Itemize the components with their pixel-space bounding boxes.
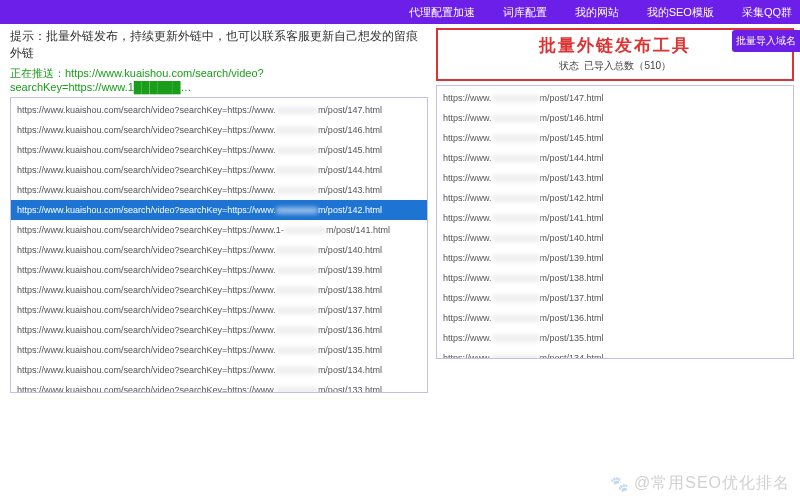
list-item[interactable]: https://www.kuaishou.com/search/video?se…: [11, 360, 427, 380]
list-item[interactable]: https://www.kuaishou.com/search/video?se…: [11, 100, 427, 120]
tool-status: 状态 已导入总数（510）: [448, 59, 782, 73]
list-item[interactable]: https://www.m/post/138.html: [437, 268, 793, 288]
list-item[interactable]: https://www.kuaishou.com/search/video?se…: [11, 140, 427, 160]
list-item[interactable]: https://www.kuaishou.com/search/video?se…: [11, 280, 427, 300]
list-item[interactable]: https://www.m/post/144.html: [437, 148, 793, 168]
nav-qq-group[interactable]: 采集QQ群: [742, 5, 792, 20]
list-item[interactable]: https://www.kuaishou.com/search/video?se…: [11, 260, 427, 280]
left-url-list[interactable]: https://www.kuaishou.com/search/video?se…: [10, 97, 428, 393]
list-item[interactable]: https://www.m/post/134.html: [437, 348, 793, 359]
tool-status-label: 状态: [559, 60, 579, 71]
list-item[interactable]: https://www.m/post/145.html: [437, 128, 793, 148]
nav-mysite[interactable]: 我的网站: [575, 5, 619, 20]
nav-proxy[interactable]: 代理配置加速: [409, 5, 475, 20]
watermark: 🐾 @常用SEO优化排名: [610, 473, 790, 494]
list-item[interactable]: https://www.m/post/141.html: [437, 208, 793, 228]
pushing-status: 正在推送：https://www.kuaishou.com/search/vid…: [10, 66, 428, 93]
top-nav: 代理配置加速 词库配置 我的网站 我的SEO模版 采集QQ群: [0, 0, 800, 24]
nav-seo-template[interactable]: 我的SEO模版: [647, 5, 714, 20]
list-item[interactable]: https://www.kuaishou.com/search/video?se…: [11, 220, 427, 240]
nav-wordbank[interactable]: 词库配置: [503, 5, 547, 20]
paw-icon: 🐾: [610, 475, 630, 493]
list-item[interactable]: https://www.kuaishou.com/search/video?se…: [11, 200, 427, 220]
list-item[interactable]: https://www.kuaishou.com/search/video?se…: [11, 380, 427, 393]
list-item[interactable]: https://www.m/post/136.html: [437, 308, 793, 328]
list-item[interactable]: https://www.m/post/146.html: [437, 108, 793, 128]
list-item[interactable]: https://www.m/post/143.html: [437, 168, 793, 188]
list-item[interactable]: https://www.m/post/135.html: [437, 328, 793, 348]
watermark-text: @常用SEO优化排名: [634, 473, 790, 494]
list-item[interactable]: https://www.kuaishou.com/search/video?se…: [11, 300, 427, 320]
right-url-list[interactable]: https://www.m/post/147.htmlhttps://www.m…: [436, 85, 794, 359]
list-item[interactable]: https://www.m/post/140.html: [437, 228, 793, 248]
list-item[interactable]: https://www.m/post/137.html: [437, 288, 793, 308]
bulk-import-domain-button[interactable]: 批量导入域名: [732, 30, 800, 52]
tool-status-value: 已导入总数（510）: [584, 60, 671, 71]
list-item[interactable]: https://www.kuaishou.com/search/video?se…: [11, 320, 427, 340]
list-item[interactable]: https://www.kuaishou.com/search/video?se…: [11, 240, 427, 260]
list-item[interactable]: https://www.m/post/147.html: [437, 88, 793, 108]
list-item[interactable]: https://www.kuaishou.com/search/video?se…: [11, 120, 427, 140]
pushing-label: 正在推送：: [10, 67, 65, 79]
list-item[interactable]: https://www.m/post/142.html: [437, 188, 793, 208]
hint-text: 提示：批量外链发布，持续更新外链中，也可以联系客服更新自己想发的留痕外链: [10, 28, 428, 62]
list-item[interactable]: https://www.m/post/139.html: [437, 248, 793, 268]
list-item[interactable]: https://www.kuaishou.com/search/video?se…: [11, 160, 427, 180]
list-item[interactable]: https://www.kuaishou.com/search/video?se…: [11, 340, 427, 360]
list-item[interactable]: https://www.kuaishou.com/search/video?se…: [11, 180, 427, 200]
